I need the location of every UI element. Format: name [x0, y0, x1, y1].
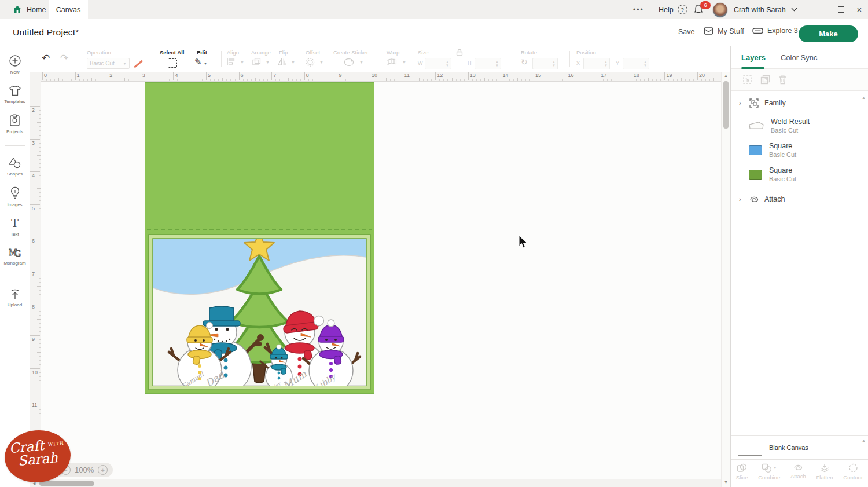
monogram-icon: MG [8, 247, 22, 258]
trash-icon[interactable] [778, 75, 787, 85]
paperclip-icon [793, 463, 803, 471]
align-label: Align [227, 49, 239, 56]
offset-icon [306, 58, 315, 67]
sidebar-item-monogram[interactable]: MG Monogram [0, 247, 30, 266]
slice-icon [737, 463, 747, 473]
slice-button[interactable]: Slice [736, 463, 748, 481]
flatten-button[interactable]: Flatten [816, 463, 833, 481]
layers-list: › Family Weld ResultBasic Cut SquareBasi… [731, 91, 868, 435]
arrange-button[interactable] [252, 58, 261, 65]
overflow-menu-button[interactable]: ••• [633, 0, 644, 19]
attach-button[interactable]: Attach [790, 463, 806, 479]
tab-color-sync[interactable]: Color Sync [781, 53, 818, 62]
zoom-value: 100% [75, 466, 94, 474]
lock-icon[interactable] [456, 49, 463, 56]
layer-group-attach[interactable]: › Attach [739, 195, 868, 203]
select-all-button[interactable] [168, 58, 177, 68]
arrange-icon [252, 58, 261, 65]
rotate-input[interactable]: ▲▼ [532, 58, 558, 69]
panel-scroll-up-arrow[interactable]: ▲ [862, 96, 866, 100]
caret-down-icon: ▼ [773, 466, 777, 470]
canvas-vertical-scrollbar[interactable]: ▲ ▼ [721, 72, 730, 487]
restore-button[interactable] [832, 0, 849, 19]
sidebar-item-new[interactable]: New [0, 54, 30, 75]
offset-label: Offset [306, 49, 320, 56]
x-letter: X [576, 60, 580, 66]
redo-button[interactable]: ↷ [60, 52, 68, 64]
operation-select[interactable]: Basic Cut▼ [87, 58, 130, 69]
sidebar-item-shapes[interactable]: Shapes [0, 157, 30, 177]
flip-icon [278, 58, 287, 65]
header-bar: Untitled Project* Save My Stuff Explore … [0, 19, 868, 46]
sidebar-divider [5, 145, 25, 146]
layer-tools-row [731, 69, 868, 91]
position-x-input[interactable]: ▲▼ [583, 58, 610, 69]
my-stuff-icon [704, 27, 713, 35]
help-button[interactable]: Help ? [659, 0, 687, 19]
paperclip-icon [749, 196, 759, 203]
horizontal-scroll-thumb[interactable] [39, 481, 94, 486]
layer-square-green[interactable]: SquareBasic Cut [749, 166, 868, 182]
rotate-icon: ↻ [521, 57, 528, 67]
width-input[interactable]: ▲▼ [425, 58, 451, 69]
offset-button[interactable] [306, 58, 315, 67]
text-icon: T [11, 217, 19, 229]
warp-button[interactable] [387, 58, 397, 66]
active-tab-underline [741, 67, 764, 69]
upload-icon [9, 288, 21, 300]
tab-canvas[interactable]: Canvas [49, 0, 88, 19]
create-sticker-button[interactable] [344, 58, 354, 67]
contour-button[interactable]: Contour [843, 463, 863, 481]
undo-button[interactable]: ↶ [42, 52, 50, 64]
layer-group-family[interactable]: › Family [739, 98, 868, 108]
panel-tabs: Layers Color Sync [731, 46, 868, 69]
expand-chevron-icon[interactable]: › [739, 196, 744, 203]
sidebar-item-projects[interactable]: Projects [0, 114, 30, 134]
canvas-horizontal-scrollbar[interactable]: ◀ [30, 479, 721, 487]
edit-pencil-button[interactable]: ✎▼ [194, 57, 208, 67]
canvas-card-object[interactable]: Samuel Dad Alex Mum Libby [145, 82, 374, 394]
operation-color-swatch[interactable] [134, 60, 142, 68]
sidebar-item-text[interactable]: T Text [0, 217, 30, 237]
combine-button[interactable]: ▼ Combine [758, 463, 780, 481]
question-mark-icon: ? [678, 5, 687, 14]
tshirt-icon [9, 85, 21, 97]
ruler-horizontal: 01234567891011121314151617181920 [41, 72, 721, 82]
tab-home[interactable]: Home [3, 0, 55, 19]
create-sticker-label: Create Sticker [333, 49, 368, 56]
make-button[interactable]: Make [799, 25, 858, 42]
combine-icon [762, 463, 772, 473]
expand-chevron-icon[interactable]: › [739, 100, 744, 107]
sidebar-item-upload[interactable]: Upload [0, 288, 30, 307]
flip-button[interactable] [278, 58, 287, 65]
ruler-vertical: 23456789101112 [30, 81, 41, 479]
height-input[interactable]: ▲▼ [475, 58, 501, 69]
duplicate-icon[interactable] [760, 75, 770, 85]
tab-layers[interactable]: Layers [741, 53, 766, 62]
account-menu[interactable]: Craft with Sarah [734, 0, 797, 19]
flatten-icon [819, 463, 830, 473]
close-button[interactable]: × [851, 0, 868, 19]
layer-weld-result[interactable]: Weld ResultBasic Cut [749, 118, 868, 134]
snowman-card-artwork: Samuel Dad Alex Mum Libby [145, 82, 374, 394]
scroll-down-arrow[interactable]: ▼ [724, 480, 728, 484]
layer-square-blue[interactable]: SquareBasic Cut [749, 142, 868, 158]
minimize-button[interactable]: – [812, 0, 830, 19]
panel-scroll-down-arrow[interactable]: ▲ [862, 438, 866, 442]
save-button[interactable]: Save [678, 28, 695, 36]
sidebar-item-images[interactable]: Images [0, 186, 30, 207]
align-button[interactable] [227, 58, 236, 65]
vertical-scroll-thumb[interactable] [723, 81, 729, 129]
sidebar-item-templates[interactable]: Templates [0, 85, 30, 104]
canvas-area[interactable] [41, 81, 721, 479]
position-y-input[interactable]: ▲▼ [623, 58, 649, 69]
zoom-in-button[interactable]: + [98, 465, 108, 475]
operation-label: Operation [87, 49, 111, 56]
my-stuff-button[interactable]: My Stuff [704, 27, 744, 35]
blank-canvas-row[interactable]: Blank Canvas ▲ [731, 435, 868, 459]
scroll-up-arrow[interactable]: ▲ [724, 74, 728, 78]
select-objects-icon[interactable] [742, 75, 752, 85]
avatar[interactable] [712, 2, 728, 18]
layers-panel: Layers Color Sync › Family Weld ResultBa… [730, 46, 868, 487]
explore-machine-button[interactable]: Explore 3 [752, 27, 798, 35]
